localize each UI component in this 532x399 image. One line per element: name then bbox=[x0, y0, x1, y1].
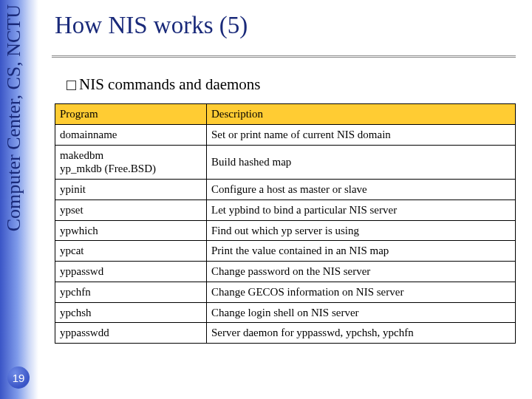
cell-description: Server daemon for yppasswd, ypchsh, ypch… bbox=[207, 323, 516, 344]
cell-description: Change login shell on NIS server bbox=[207, 302, 516, 323]
cell-program: yppasswdd bbox=[55, 323, 207, 344]
slide: Computer Center, CS, NCTU 19 How NIS wor… bbox=[0, 0, 532, 399]
table-row: yppasswdd Server daemon for yppasswd, yp… bbox=[55, 323, 516, 344]
commands-table: Program Description domainname Set or pr… bbox=[55, 103, 516, 344]
sidebar-gradient: Computer Center, CS, NCTU bbox=[0, 0, 38, 399]
table-row: domainname Set or print name of current … bbox=[55, 124, 516, 145]
square-bullet-icon bbox=[66, 81, 76, 90]
slide-title: How NIS works (5) bbox=[55, 12, 248, 39]
table-row: ypinit Configure a host as master or sla… bbox=[55, 180, 516, 200]
cell-description: Change GECOS information on NIS server bbox=[207, 282, 516, 302]
page-number-badge: 19 bbox=[7, 366, 30, 389]
cell-description: Build hashed map bbox=[207, 145, 516, 180]
cell-program: ypwhich bbox=[55, 220, 207, 241]
page-number: 19 bbox=[13, 372, 25, 384]
cell-program: ypinit bbox=[55, 180, 207, 200]
subtitle-text: NIS commands and daemons bbox=[79, 75, 261, 93]
table-row: makedbm yp_mkdb (Free.BSD) Build hashed … bbox=[55, 145, 516, 180]
cell-program: makedbm yp_mkdb (Free.BSD) bbox=[55, 145, 207, 180]
table-row: ypchfn Change GECOS information on NIS s… bbox=[55, 282, 516, 302]
content-area: How NIS works (5) NIS commands and daemo… bbox=[52, 0, 525, 399]
table-row: ypcat Print the value contained in an NI… bbox=[55, 241, 516, 262]
table-row: yppasswd Change password on the NIS serv… bbox=[55, 262, 516, 282]
table-row: ypset Let ypbind to bind a particular NI… bbox=[55, 200, 516, 220]
header-description: Description bbox=[207, 104, 516, 125]
cell-program: yppasswd bbox=[55, 262, 207, 282]
table-row: ypwhich Find out which yp server is usin… bbox=[55, 220, 516, 241]
cell-program: domainname bbox=[55, 124, 207, 145]
sidebar-org-text: Computer Center, CS, NCTU bbox=[3, 4, 25, 231]
cell-description: Let ypbind to bind a particular NIS serv… bbox=[207, 200, 516, 220]
cell-program: ypchsh bbox=[55, 302, 207, 323]
cell-description: Print the value contained in an NIS map bbox=[207, 241, 516, 262]
header-program: Program bbox=[55, 104, 207, 125]
cell-description: Find out which yp server is using bbox=[207, 220, 516, 241]
cell-description: Set or print name of current NIS domain bbox=[207, 124, 516, 145]
cell-program: ypset bbox=[55, 200, 207, 220]
cell-description: Change password on the NIS server bbox=[207, 262, 516, 282]
subtitle: NIS commands and daemons bbox=[66, 75, 261, 94]
cell-program: ypcat bbox=[55, 241, 207, 262]
cell-description: Configure a host as master or slave bbox=[207, 180, 516, 200]
table-header-row: Program Description bbox=[55, 104, 516, 125]
cell-program: ypchfn bbox=[55, 282, 207, 302]
table-row: ypchsh Change login shell on NIS server bbox=[55, 302, 516, 323]
title-divider bbox=[52, 55, 516, 58]
